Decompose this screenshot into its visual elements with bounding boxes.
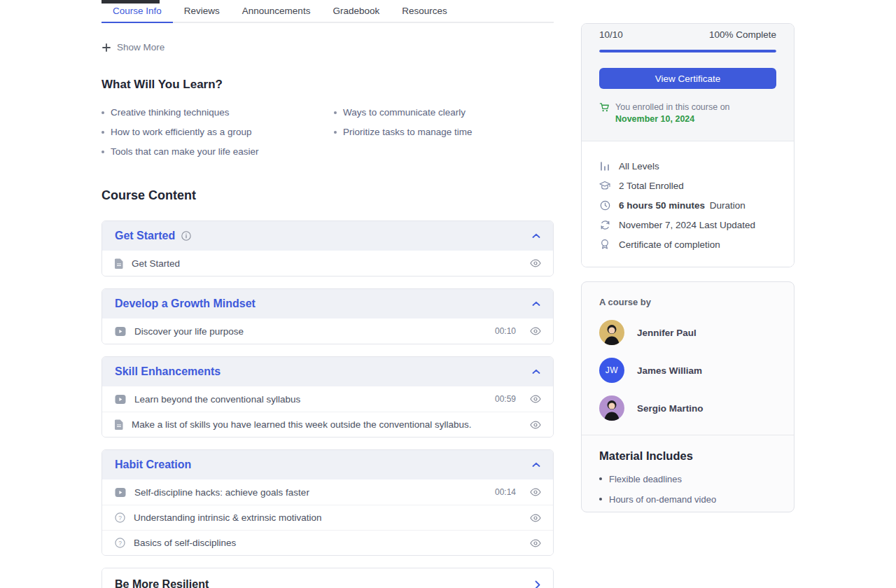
course-by-card: A course by Jennifer PaulJWJames William… [581, 281, 794, 512]
lesson-title: Understanding intrinsic & extrinsic moti… [134, 512, 522, 523]
topic-item-list: Self-discipline hacks: achieve goals fas… [102, 479, 553, 555]
show-more-button[interactable]: Show More [102, 42, 554, 52]
instructor-name: James William [637, 365, 702, 376]
learn-list: Creative thinking techniquesHow to work … [102, 107, 554, 157]
main-column: Course InfoReviewsAnnouncementsGradebook… [102, 0, 554, 588]
lesson-title: Make a list of skills you have learned t… [132, 419, 522, 430]
topic-card: Habit CreationSelf-discipline hacks: ach… [102, 449, 554, 556]
meta-text: Certificate of completion [619, 239, 720, 250]
avatar-initials: JW [606, 365, 618, 375]
eye-icon[interactable] [530, 539, 541, 547]
tab-announcements[interactable]: Announcements [231, 0, 322, 22]
video-icon [115, 326, 126, 337]
eye-icon[interactable] [530, 327, 541, 335]
quiz-lesson-row[interactable]: ?Basics of self-disciplines [102, 530, 553, 555]
lesson-title: Get Started [132, 258, 522, 269]
eye-icon[interactable] [530, 259, 541, 267]
topic-item-list: Discover your life purpose00:10 [102, 318, 553, 344]
eye-icon[interactable] [530, 421, 541, 429]
material-includes-list: Flexible deadlinesHours of on-demand vid… [599, 474, 776, 505]
lesson-duration: 00:14 [495, 487, 516, 497]
eye-icon[interactable] [530, 488, 541, 496]
instructor-row[interactable]: JWJames William [599, 358, 776, 383]
material-includes-title: Material Includes [599, 449, 776, 463]
topic-header[interactable]: Habit Creation [102, 450, 553, 479]
course-page: Course InfoReviewsAnnouncementsGradebook… [0, 0, 896, 588]
video-icon [115, 487, 126, 498]
info-icon[interactable] [181, 231, 191, 241]
learn-item: Ways to communicate clearly [334, 107, 554, 118]
eye-icon[interactable] [530, 514, 541, 522]
topic-title: Get Started [115, 230, 175, 242]
view-certificate-button[interactable]: View Certificate [599, 68, 776, 89]
learn-section-title: What Will You Learn? [102, 78, 554, 92]
course-content-title: Course Content [102, 188, 554, 203]
material-item: Flexible deadlines [599, 474, 776, 484]
topic-title: Develop a Growth Mindset [115, 298, 255, 310]
meta-row: All Levels [599, 156, 776, 176]
bullet-icon [102, 150, 104, 153]
tab-resources[interactable]: Resources [391, 0, 458, 22]
topic-header[interactable]: Develop a Growth Mindset [102, 289, 553, 318]
meta-row: November 7, 2024 Last Updated [599, 215, 776, 234]
learn-item: Creative thinking techniques [102, 107, 328, 118]
lesson-duration: 00:59 [495, 394, 516, 404]
course-content-topics: Get StartedGet StartedDevelop a Growth M… [102, 220, 554, 588]
instructor-name: Jennifer Paul [637, 328, 696, 338]
bullet-icon [599, 498, 602, 500]
tab-gradebook[interactable]: Gradebook [321, 0, 391, 22]
plus-icon [102, 43, 111, 52]
course-by-label: A course by [599, 297, 776, 307]
progress-ratio: 10/10 [599, 29, 623, 40]
chevron-right-icon[interactable] [535, 580, 540, 588]
progress-bar [599, 50, 776, 52]
meta-text: 2 Total Enrolled [619, 181, 684, 191]
chevron-up-icon[interactable] [532, 462, 540, 468]
meta-strong-text: 6 hours 50 minutes [619, 200, 705, 211]
quiz-lesson-row[interactable]: ?Understanding intrinsic & extrinsic mot… [102, 505, 553, 530]
doc-lesson-row[interactable]: Make a list of skills you have learned t… [102, 412, 553, 437]
meta-text: All Levels [619, 161, 659, 172]
quiz-icon: ? [115, 512, 125, 523]
meta-row: 2 Total Enrolled [599, 176, 776, 195]
meta-text: 6 hours 50 minutes Duration [619, 200, 746, 211]
learn-list-left: Creative thinking techniquesHow to work … [102, 107, 328, 157]
certificate-icon [599, 239, 610, 250]
enrolled-note: You enrolled in this course on November … [599, 102, 776, 125]
chevron-up-icon[interactable] [532, 233, 540, 239]
instructor-list: Jennifer PaulJWJames WilliamSergio Marti… [599, 320, 776, 421]
material-item: Hours of on-demand video [599, 494, 776, 505]
eye-icon[interactable] [530, 395, 541, 403]
learn-item: How to work efficiently as a group [102, 127, 328, 137]
progress-card: 10/10 100% Complete View Certificate You… [581, 23, 794, 267]
topic-header[interactable]: Skill Enhancements [102, 357, 553, 386]
topic-title: Be More Resilient [115, 578, 209, 588]
quiz-icon: ? [115, 538, 125, 548]
topic-header[interactable]: Be More Resilient [102, 568, 553, 588]
video-lesson-row[interactable]: Self-discipline hacks: achieve goals fas… [102, 479, 553, 505]
learn-item-text: Prioritize tasks to manage time [343, 127, 472, 137]
topic-header[interactable]: Get Started [102, 221, 553, 251]
instructor-row[interactable]: Jennifer Paul [599, 320, 776, 345]
lesson-title: Self-discipline hacks: achieve goals fas… [134, 487, 486, 498]
card-divider [582, 435, 794, 435]
learn-item-text: Ways to communicate clearly [343, 107, 465, 118]
video-lesson-row[interactable]: Learn beyond the conventional syllabus00… [102, 386, 553, 412]
lesson-title: Learn beyond the conventional syllabus [134, 394, 486, 405]
bullet-icon [334, 111, 337, 114]
progress-bar-fill [599, 50, 776, 52]
meta-text: November 7, 2024 Last Updated [619, 220, 755, 230]
instructor-row[interactable]: Sergio Martino [599, 396, 776, 421]
tab-reviews[interactable]: Reviews [173, 0, 231, 22]
lesson-duration: 00:10 [495, 326, 516, 336]
chevron-up-icon[interactable] [532, 369, 540, 374]
learn-item-text: Creative thinking techniques [111, 107, 230, 118]
learn-list-right: Ways to communicate clearlyPrioritize ta… [328, 107, 554, 157]
learn-item: Prioritize tasks to manage time [334, 127, 554, 137]
svg-text:?: ? [118, 514, 122, 522]
doc-icon [115, 419, 123, 430]
video-lesson-row[interactable]: Discover your life purpose00:10 [102, 318, 553, 344]
topic-card: Develop a Growth MindsetDiscover your li… [102, 288, 554, 344]
doc-lesson-row[interactable]: Get Started [102, 251, 553, 276]
chevron-up-icon[interactable] [532, 301, 540, 307]
